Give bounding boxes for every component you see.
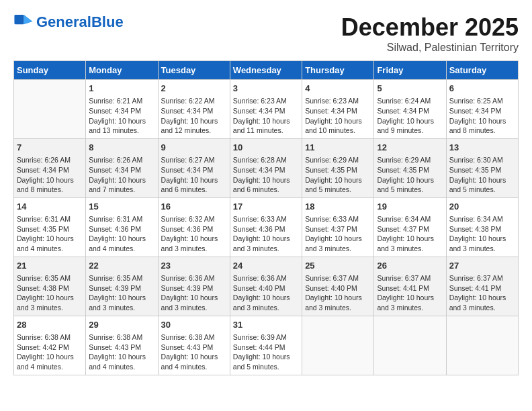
calendar-day-28: 28Sunrise: 6:38 AMSunset: 4:42 PMDayligh… (14, 316, 86, 375)
day-info-line: Sunrise: 6:35 AM (89, 273, 154, 283)
day-number: 22 (89, 260, 154, 272)
day-info-line: and 3 minutes. (377, 244, 443, 254)
day-number: 29 (89, 319, 154, 331)
day-info-line: Sunrise: 6:38 AM (89, 332, 154, 342)
day-info-line: Sunrise: 6:36 AM (161, 273, 227, 283)
day-info-line: and 4 minutes. (89, 244, 154, 254)
day-info-line: Daylight: 10 hours (89, 352, 154, 362)
calendar-day-24: 24Sunrise: 6:36 AMSunset: 4:40 PMDayligh… (230, 257, 302, 316)
calendar-week-row: 7Sunrise: 6:26 AMSunset: 4:34 PMDaylight… (14, 138, 519, 197)
day-info-line: and 3 minutes. (17, 303, 83, 313)
day-info-line: and 6 minutes. (233, 185, 299, 195)
day-info-line: and 4 minutes. (161, 362, 227, 372)
day-info-line: Sunrise: 6:26 AM (89, 155, 154, 165)
day-info-line: and 11 minutes. (233, 126, 299, 136)
day-info-line: Sunrise: 6:37 AM (449, 273, 515, 283)
day-number: 27 (449, 260, 515, 272)
calendar-day-12: 12Sunrise: 6:29 AMSunset: 4:35 PMDayligh… (374, 138, 446, 197)
day-info-line: and 3 minutes. (89, 303, 154, 313)
day-info-line: Sunrise: 6:29 AM (305, 155, 371, 165)
calendar-table: SundayMondayTuesdayWednesdayThursdayFrid… (13, 60, 519, 375)
day-info-line: Daylight: 10 hours (233, 116, 299, 126)
day-number: 24 (233, 260, 299, 272)
day-info-line: Sunset: 4:34 PM (89, 106, 154, 116)
day-info-line: and 3 minutes. (161, 303, 227, 313)
day-info-line: Sunset: 4:44 PM (233, 342, 299, 353)
calendar-day-3: 3Sunrise: 6:23 AMSunset: 4:34 PMDaylight… (230, 80, 302, 139)
day-info-line: and 3 minutes. (305, 244, 371, 254)
page-subtitle: Silwad, Palestinian Territory (341, 42, 519, 54)
day-info-line: Daylight: 10 hours (161, 175, 227, 185)
day-info-line: Daylight: 10 hours (17, 175, 83, 185)
day-info-line: Daylight: 10 hours (161, 293, 227, 303)
day-info-line: Daylight: 10 hours (377, 175, 443, 185)
page-title: December 2025 (341, 13, 519, 42)
day-info-line: Sunset: 4:39 PM (89, 283, 154, 293)
day-info-line: Sunset: 4:36 PM (161, 224, 227, 234)
calendar-day-17: 17Sunrise: 6:33 AMSunset: 4:36 PMDayligh… (230, 197, 302, 257)
logo-text: GeneralBlue (36, 13, 124, 31)
day-info-line: and 10 minutes. (305, 126, 371, 136)
day-number: 1 (89, 83, 154, 95)
calendar-day-7: 7Sunrise: 6:26 AMSunset: 4:34 PMDaylight… (14, 138, 86, 197)
logo-general: General (36, 13, 91, 30)
calendar-day-1: 1Sunrise: 6:21 AMSunset: 4:34 PMDaylight… (86, 80, 158, 139)
day-info-line: Sunset: 4:34 PM (161, 165, 227, 175)
calendar-empty-cell (374, 316, 446, 375)
day-info-line: Sunrise: 6:30 AM (449, 155, 515, 165)
day-info-line: Daylight: 10 hours (17, 293, 83, 303)
day-info-line: Sunrise: 6:26 AM (17, 155, 83, 165)
day-number: 6 (449, 83, 515, 95)
day-number: 17 (233, 201, 299, 213)
day-number: 18 (305, 201, 371, 213)
day-info-line: Sunset: 4:41 PM (449, 283, 515, 293)
calendar-day-22: 22Sunrise: 6:35 AMSunset: 4:39 PMDayligh… (86, 257, 158, 316)
day-info-line: and 9 minutes. (377, 126, 443, 136)
day-info-line: Sunrise: 6:31 AM (17, 214, 83, 224)
day-info-line: and 5 minutes. (449, 185, 515, 195)
day-info-line: Sunrise: 6:28 AM (233, 155, 299, 165)
calendar-day-11: 11Sunrise: 6:29 AMSunset: 4:35 PMDayligh… (302, 138, 374, 197)
day-number: 2 (161, 83, 227, 95)
day-info-line: and 13 minutes. (89, 126, 154, 136)
day-info-line: Daylight: 10 hours (377, 116, 443, 126)
day-number: 4 (305, 83, 371, 95)
day-info-line: Sunset: 4:40 PM (305, 283, 371, 293)
day-info-line: and 8 minutes. (17, 185, 83, 195)
day-number: 7 (17, 142, 83, 154)
day-number: 5 (377, 83, 443, 95)
day-number: 25 (305, 260, 371, 272)
day-number: 28 (17, 319, 83, 331)
day-info-line: and 3 minutes. (233, 244, 299, 254)
day-info-line: and 3 minutes. (233, 303, 299, 313)
calendar-day-6: 6Sunrise: 6:25 AMSunset: 4:34 PMDaylight… (446, 80, 518, 139)
calendar-day-2: 2Sunrise: 6:22 AMSunset: 4:34 PMDaylight… (158, 80, 230, 139)
day-info-line: Sunrise: 6:34 AM (377, 214, 443, 224)
day-info-line: Sunrise: 6:33 AM (305, 214, 371, 224)
day-info-line: Sunset: 4:42 PM (17, 342, 83, 353)
day-info-line: and 6 minutes. (161, 185, 227, 195)
page-header: GeneralBlue December 2025 Silwad, Palest… (13, 13, 519, 54)
logo-icon (13, 15, 34, 28)
logo: GeneralBlue (13, 13, 124, 31)
day-info-line: Sunset: 4:35 PM (377, 165, 443, 175)
day-info-line: Daylight: 10 hours (305, 175, 371, 185)
day-info-line: Sunrise: 6:22 AM (161, 96, 227, 106)
calendar-day-30: 30Sunrise: 6:38 AMSunset: 4:43 PMDayligh… (158, 316, 230, 375)
day-info-line: Daylight: 10 hours (89, 234, 154, 244)
day-header-wednesday: Wednesday (230, 61, 302, 80)
day-header-thursday: Thursday (302, 61, 374, 80)
day-number: 20 (449, 201, 515, 213)
calendar-day-29: 29Sunrise: 6:38 AMSunset: 4:43 PMDayligh… (86, 316, 158, 375)
day-info-line: and 3 minutes. (161, 244, 227, 254)
day-info-line: Daylight: 10 hours (449, 293, 515, 303)
day-info-line: Daylight: 10 hours (89, 175, 154, 185)
day-info-line: and 3 minutes. (449, 303, 515, 313)
day-info-line: Daylight: 10 hours (89, 293, 154, 303)
calendar-day-13: 13Sunrise: 6:30 AMSunset: 4:35 PMDayligh… (446, 138, 518, 197)
day-info-line: Sunset: 4:34 PM (17, 165, 83, 175)
calendar-day-8: 8Sunrise: 6:26 AMSunset: 4:34 PMDaylight… (86, 138, 158, 197)
calendar-day-26: 26Sunrise: 6:37 AMSunset: 4:41 PMDayligh… (374, 257, 446, 316)
day-number: 14 (17, 201, 83, 213)
day-number: 16 (161, 201, 227, 213)
